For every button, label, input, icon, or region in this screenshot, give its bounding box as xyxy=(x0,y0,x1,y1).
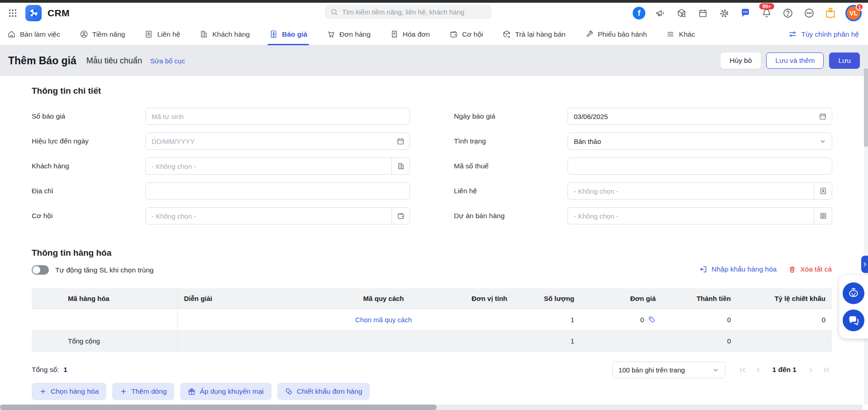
col-header-quantity: Số lượng xyxy=(514,288,581,309)
tab-tiem-nang[interactable]: Tiềm năng xyxy=(80,24,125,45)
pagination-range: 1 đến 1 xyxy=(773,366,796,374)
cell-product-code[interactable] xyxy=(32,309,177,330)
tab-co-hoi[interactable]: Cơ hội xyxy=(449,24,483,45)
megaphone-icon[interactable] xyxy=(654,7,667,19)
auto-increase-qty-toggle[interactable] xyxy=(32,265,49,275)
customize-modules-button[interactable]: Tùy chỉnh phân hệ xyxy=(788,30,861,38)
save-and-add-button[interactable]: Lưu và thêm xyxy=(766,52,824,69)
guide-idea-icon[interactable] xyxy=(824,7,837,19)
chevron-down-icon xyxy=(712,367,719,373)
settings-gear-icon[interactable] xyxy=(718,7,730,19)
tab-phieu-bao-hanh[interactable]: Phiếu bảo hành xyxy=(585,24,647,45)
order-discount-button[interactable]: Chiết khấu đơn hàng xyxy=(277,383,370,400)
quote-date-input[interactable] xyxy=(568,108,814,124)
tab-khach-hang[interactable]: Khách hàng xyxy=(200,24,250,45)
side-panel-expander[interactable] xyxy=(861,256,868,273)
contact-field xyxy=(568,182,832,200)
user-avatar[interactable]: VL 1 xyxy=(845,5,862,21)
live-chat-button[interactable] xyxy=(843,310,864,331)
discount-tag-icon xyxy=(285,388,293,396)
field-label-lien-he: Liên hệ xyxy=(454,187,568,195)
save-button[interactable]: Lưu xyxy=(829,52,860,69)
opportunity-input[interactable] xyxy=(146,208,391,224)
details-section-title: Thông tin chi tiết xyxy=(32,86,101,96)
crm-logo-icon[interactable] xyxy=(25,5,42,21)
address-field xyxy=(145,182,410,200)
details-form-left: Số báo giá Hiệu lực đến ngày Khách hàng … xyxy=(32,108,410,232)
sales-project-input[interactable] xyxy=(568,208,814,224)
cell-discount-rate[interactable]: 0 xyxy=(737,309,832,330)
calendar-icon[interactable] xyxy=(696,7,709,19)
wallet-lookup-icon[interactable] xyxy=(391,208,410,224)
tab-bao-gia[interactable]: Báo giá xyxy=(269,24,307,45)
apps-grid-icon[interactable] xyxy=(5,6,20,20)
main-content: Thông tin chi tiết Số báo giá Hiệu lực đ… xyxy=(0,76,868,410)
tax-code-input[interactable] xyxy=(568,158,832,174)
field-label-khach-hang: Khách hàng xyxy=(32,162,145,170)
status-value[interactable] xyxy=(568,133,814,149)
contact-card-lookup-icon[interactable] xyxy=(814,183,832,199)
tab-khac[interactable]: Khác xyxy=(666,24,695,45)
col-header-unit-price: Đơn giá xyxy=(581,288,662,309)
col-header-discount-rate: Tỷ lệ chiết khấu xyxy=(737,288,832,309)
cell-description[interactable] xyxy=(177,309,319,330)
notification-badge: 99+ xyxy=(759,3,774,10)
record-count-label: Tổng số: xyxy=(32,366,59,374)
tab-lien-he[interactable]: Liên hệ xyxy=(144,24,180,45)
record-count-value: 1 xyxy=(63,366,67,374)
field-label-ma-so-thue: Mã số thuế xyxy=(454,162,568,170)
quote-number-input[interactable] xyxy=(146,108,410,124)
cell-unit[interactable] xyxy=(448,309,514,330)
template-name: Mẫu tiêu chuẩn xyxy=(86,56,142,66)
col-header-spec-code: Mã quy cách xyxy=(319,288,448,309)
help-icon[interactable] xyxy=(782,7,794,19)
calendar-icon[interactable] xyxy=(391,133,410,149)
tab-hoa-don[interactable]: Hóa đơn xyxy=(390,24,430,45)
quote-icon xyxy=(269,30,278,38)
pagination-next-button[interactable] xyxy=(805,364,816,376)
cell-amount[interactable]: 0 xyxy=(662,309,737,330)
global-search[interactable] xyxy=(325,5,491,19)
pagination-first-button[interactable] xyxy=(737,364,749,376)
grid-lookup-icon[interactable] xyxy=(814,208,832,224)
valid-until-input[interactable] xyxy=(146,133,391,149)
horizontal-scrollbar-thumb[interactable] xyxy=(0,405,437,410)
pagination-prev-button[interactable] xyxy=(753,364,764,376)
package-search-icon[interactable] xyxy=(675,7,688,19)
chat-bubble-icon[interactable] xyxy=(739,7,752,19)
add-row-button[interactable]: Thêm dòng xyxy=(112,383,174,400)
page-size-select[interactable]: 100 bản ghi trên trang xyxy=(612,362,725,378)
tab-ban-lam-viec[interactable]: Bàn làm việc xyxy=(7,24,60,45)
apply-promotion-button[interactable]: Áp dụng khuyến mại xyxy=(180,383,271,400)
cell-unit-price[interactable]: 0 xyxy=(640,316,644,324)
opportunity-field xyxy=(145,207,410,224)
select-product-button[interactable]: Chọn hàng hóa xyxy=(32,383,106,400)
vertical-scrollbar-thumb[interactable] xyxy=(864,68,868,147)
calendar-icon[interactable] xyxy=(814,108,832,124)
delete-all-link[interactable]: Xóa tất cả xyxy=(788,265,832,273)
tab-tra-lai-hang-ban[interactable]: Trả lại hàng bán xyxy=(502,24,565,45)
module-navbar: Bàn làm việc Tiềm năng Liên hệ Khách hàn… xyxy=(0,24,868,45)
search-input[interactable] xyxy=(342,8,486,16)
facebook-icon[interactable]: f xyxy=(633,7,645,19)
status-select[interactable] xyxy=(568,133,832,150)
import-products-link[interactable]: Nhập khẩu hàng hóa xyxy=(699,265,777,273)
edit-layout-link[interactable]: Sửa bố cục xyxy=(150,57,185,65)
building-lookup-icon[interactable] xyxy=(391,158,410,174)
page-title: Thêm Báo giá xyxy=(8,55,76,67)
pagination-last-button[interactable] xyxy=(820,364,832,376)
chatbot-assistant-button[interactable] xyxy=(843,282,864,304)
price-tag-icon[interactable] xyxy=(648,316,656,324)
notifications-bell-icon[interactable]: 99+ xyxy=(760,7,773,19)
contact-input[interactable] xyxy=(568,183,814,199)
field-label-dia-chi: Địa chỉ xyxy=(32,187,145,195)
more-options-icon[interactable] xyxy=(803,7,816,19)
cell-quantity[interactable]: 1 xyxy=(514,309,581,330)
cancel-button[interactable]: Hủy bỏ xyxy=(720,52,761,69)
customer-input[interactable] xyxy=(146,158,391,174)
address-input[interactable] xyxy=(146,183,410,199)
sliders-icon xyxy=(788,30,797,38)
invoice-icon xyxy=(390,30,399,38)
tab-don-hang[interactable]: Đơn hàng xyxy=(327,24,371,45)
choose-spec-link[interactable]: Chọn mã quy cách xyxy=(355,316,412,324)
